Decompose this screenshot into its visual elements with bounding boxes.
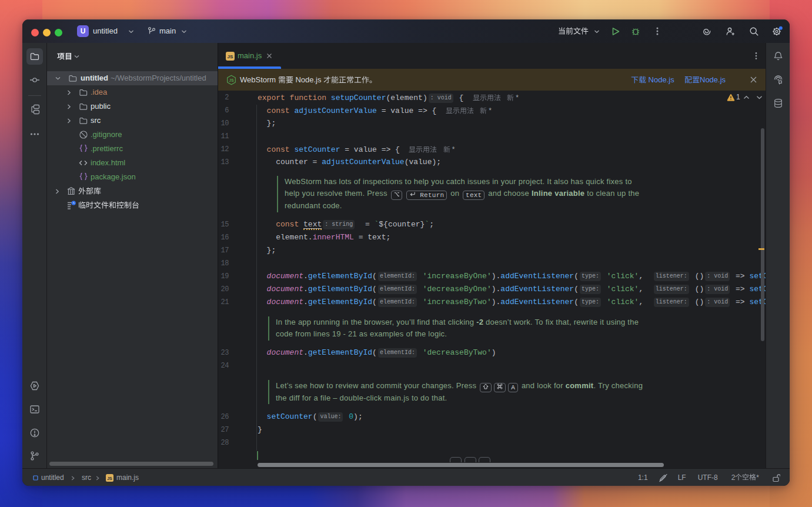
svg-text:JS: JS bbox=[107, 476, 112, 481]
svg-text:JS: JS bbox=[229, 78, 235, 82]
svg-text:JS: JS bbox=[228, 54, 233, 59]
